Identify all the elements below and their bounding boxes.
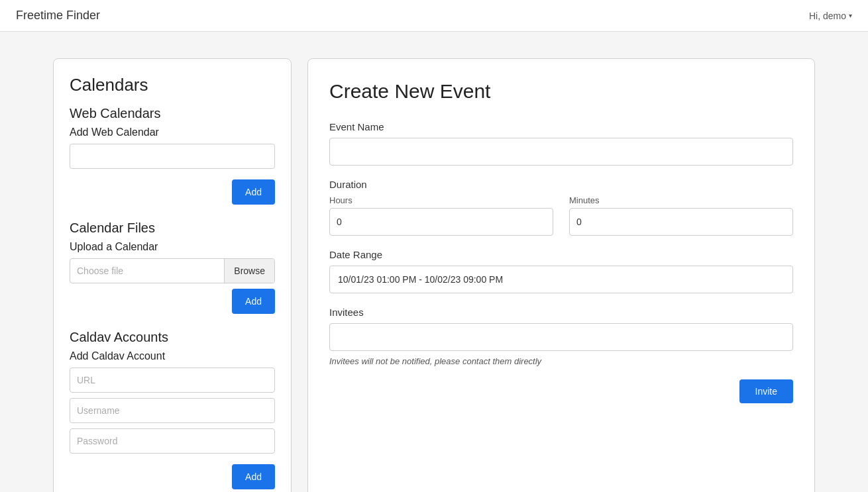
calendar-file-add-row: Add [70, 289, 275, 314]
hours-field: Hours [329, 195, 553, 236]
calendar-files-heading: Calendar Files [70, 221, 275, 236]
date-range-group: Date Range [329, 249, 793, 293]
event-name-input[interactable] [329, 138, 793, 166]
event-name-group: Event Name [329, 121, 793, 166]
duration-label: Duration [329, 179, 793, 190]
chevron-down-icon: ▾ [849, 12, 852, 19]
file-browse-button[interactable]: Browse [224, 259, 274, 283]
app-brand: Freetime Finder [16, 9, 100, 23]
create-event-title: Create New Event [329, 80, 793, 103]
event-name-label: Event Name [329, 121, 793, 132]
invite-row: Invite [329, 379, 793, 403]
navbar: Freetime Finder Hi, demo ▾ [0, 0, 868, 32]
web-calendars-heading: Web Calendars [70, 106, 275, 121]
web-calendar-add-button[interactable]: Add [232, 179, 275, 205]
invitees-input[interactable] [329, 323, 793, 351]
right-panel: Create New Event Event Name Duration Hou… [307, 58, 815, 492]
web-calendar-url-input[interactable] [70, 144, 275, 169]
web-calendars-section: Web Calendars Add Web Calendar Add [70, 106, 275, 205]
date-range-label: Date Range [329, 249, 793, 260]
duration-section: Duration Hours Minutes [329, 179, 793, 236]
file-input-row: Choose file Browse [70, 258, 275, 283]
minutes-field: Minutes [569, 195, 793, 236]
upload-calendar-label: Upload a Calendar [70, 241, 275, 253]
caldav-password-input[interactable] [70, 428, 275, 454]
invitees-label: Invitees [329, 307, 793, 318]
add-caldav-account-label: Add Caldav Account [70, 350, 275, 362]
calendars-title: Calendars [70, 75, 275, 95]
hours-label: Hours [329, 195, 553, 205]
user-greeting: Hi, demo [809, 11, 846, 21]
add-web-calendar-label: Add Web Calendar [70, 126, 275, 138]
caldav-accounts-section: Caldav Accounts Add Caldav Account Add [70, 330, 275, 489]
date-range-input[interactable] [329, 266, 793, 293]
minutes-input[interactable] [569, 208, 793, 236]
hours-input[interactable] [329, 208, 553, 236]
file-input-placeholder: Choose file [70, 260, 224, 281]
web-calendar-add-row: Add [70, 179, 275, 205]
caldav-url-input[interactable] [70, 368, 275, 393]
calendar-files-section: Calendar Files Upload a Calendar Choose … [70, 221, 275, 314]
caldav-add-row: Add [70, 464, 275, 489]
caldav-add-button[interactable]: Add [232, 464, 275, 489]
calendar-file-add-button[interactable]: Add [232, 289, 275, 314]
main-content: Calendars Web Calendars Add Web Calendar… [0, 32, 868, 492]
user-menu[interactable]: Hi, demo ▾ [809, 11, 852, 21]
minutes-label: Minutes [569, 195, 793, 205]
invitees-group: Invitees Invitees will not be notified, … [329, 307, 793, 366]
duration-row: Hours Minutes [329, 195, 793, 236]
invite-button[interactable]: Invite [739, 379, 793, 403]
caldav-username-input[interactable] [70, 398, 275, 423]
invitees-note: Invitees will not be notified, please co… [329, 356, 793, 366]
left-panel: Calendars Web Calendars Add Web Calendar… [53, 58, 292, 492]
caldav-accounts-heading: Caldav Accounts [70, 330, 275, 345]
